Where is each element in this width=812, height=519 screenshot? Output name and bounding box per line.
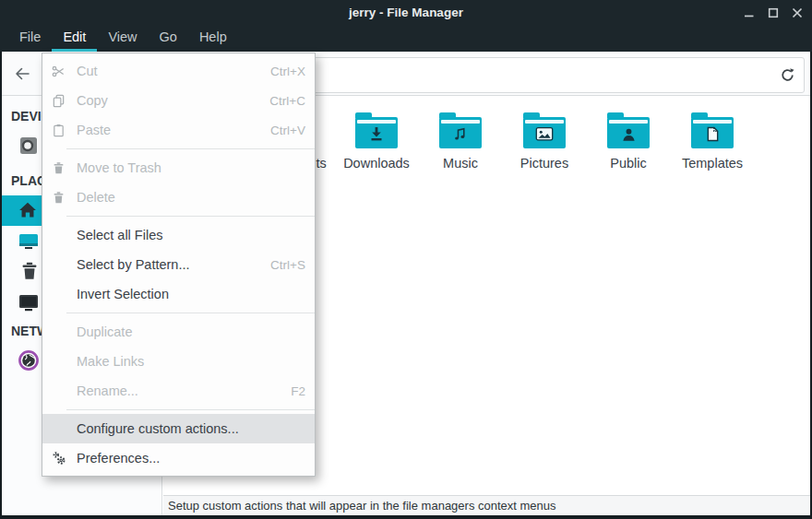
menu-item-label: Delete bbox=[77, 190, 115, 205]
titlebar[interactable]: jerry - File Manager bbox=[0, 0, 812, 25]
window-controls bbox=[744, 0, 803, 25]
trash-icon bbox=[19, 261, 40, 285]
folder-icon bbox=[355, 117, 398, 148]
menu-item-label: Select by Pattern... bbox=[77, 257, 190, 272]
menubar: File Edit View Go Help bbox=[0, 25, 812, 52]
menu-item-accel: Ctrl+S bbox=[270, 258, 305, 272]
menu-item-make-links: Make Links bbox=[42, 347, 315, 376]
file-item-pictures[interactable]: Pictures bbox=[503, 109, 586, 171]
menu-item-delete: Delete bbox=[42, 183, 315, 212]
menu-item-label: Duplicate bbox=[77, 324, 132, 339]
trash-icon bbox=[52, 161, 67, 175]
home-icon bbox=[18, 200, 38, 224]
menu-item-configure-custom-actions[interactable]: Configure custom actions... bbox=[42, 414, 315, 443]
menu-edit[interactable]: Edit bbox=[52, 25, 97, 52]
menu-separator bbox=[66, 313, 315, 313]
menu-item-label: Cut bbox=[77, 64, 98, 78]
menu-item-cut: Cut Ctrl+X bbox=[42, 56, 315, 86]
menu-item-label: Copy bbox=[77, 93, 108, 108]
minimize-icon bbox=[744, 7, 755, 18]
scissors-icon bbox=[52, 65, 67, 78]
file-manager-window: jerry - File Manager File Edit View Go H… bbox=[0, 0, 812, 519]
menu-item-select-by-pattern[interactable]: Select by Pattern... Ctrl+S bbox=[42, 250, 315, 279]
back-button[interactable] bbox=[13, 65, 31, 87]
music-note-emblem-icon bbox=[439, 126, 482, 142]
file-label: Templates bbox=[682, 156, 743, 171]
copy-icon bbox=[52, 94, 67, 108]
menu-separator bbox=[66, 216, 315, 217]
maximize-button[interactable] bbox=[768, 7, 779, 18]
hard-drive-icon bbox=[18, 135, 40, 160]
menu-item-move-to-trash: Move to Trash bbox=[42, 153, 315, 183]
reload-button[interactable] bbox=[780, 67, 795, 87]
folder-icon bbox=[607, 117, 650, 148]
maximize-icon bbox=[768, 7, 779, 18]
menu-item-label: Select all Files bbox=[77, 228, 162, 242]
menu-item-label: Move to Trash bbox=[77, 160, 161, 175]
folder-icon bbox=[439, 117, 482, 148]
menu-item-label: Paste bbox=[77, 123, 111, 137]
file-item-music[interactable]: Music bbox=[419, 109, 502, 171]
menu-item-label: Make Links bbox=[77, 354, 144, 369]
download-emblem-icon bbox=[355, 126, 398, 143]
computer-icon bbox=[18, 291, 40, 317]
menu-item-duplicate: Duplicate bbox=[42, 317, 315, 347]
globe-icon bbox=[18, 349, 40, 375]
edit-menu-dropdown: Cut Ctrl+X Copy Ctrl+C Paste Ctrl+V Move… bbox=[42, 53, 316, 477]
menu-item-label: Invert Selection bbox=[77, 287, 169, 301]
menu-file[interactable]: File bbox=[8, 25, 52, 52]
menu-item-accel: Ctrl+X bbox=[270, 65, 305, 78]
window-title: jerry - File Manager bbox=[0, 0, 812, 25]
file-label: Downloads bbox=[343, 156, 410, 171]
file-item-public[interactable]: Public bbox=[587, 109, 670, 171]
person-emblem-icon bbox=[607, 127, 650, 143]
menu-item-accel: Ctrl+V bbox=[270, 124, 305, 137]
file-label: Pictures bbox=[520, 156, 568, 171]
menu-help[interactable]: Help bbox=[188, 25, 238, 52]
desktop-icon bbox=[18, 230, 40, 256]
file-item-downloads[interactable]: Downloads bbox=[335, 109, 418, 171]
menu-item-accel: F2 bbox=[291, 384, 305, 398]
trash-icon bbox=[52, 191, 67, 205]
reload-icon bbox=[780, 67, 795, 83]
menu-item-preferences[interactable]: Preferences... bbox=[42, 443, 315, 473]
file-label: Music bbox=[443, 156, 478, 171]
menu-item-paste: Paste Ctrl+V bbox=[42, 115, 315, 145]
back-arrow-icon bbox=[13, 65, 31, 83]
menu-view[interactable]: View bbox=[97, 25, 148, 52]
gears-icon bbox=[52, 451, 67, 466]
menu-item-invert-selection[interactable]: Invert Selection bbox=[42, 279, 315, 309]
menu-item-copy: Copy Ctrl+C bbox=[42, 86, 315, 115]
menu-item-label: Rename... bbox=[77, 383, 138, 398]
statusbar: Setup custom actions that will appear in… bbox=[163, 495, 810, 515]
file-item-templates[interactable]: Templates bbox=[671, 109, 754, 171]
menu-separator bbox=[66, 148, 315, 149]
clipboard-icon bbox=[52, 124, 67, 137]
menu-item-label: Preferences... bbox=[77, 451, 160, 466]
menu-go[interactable]: Go bbox=[149, 25, 188, 52]
minimize-button[interactable] bbox=[744, 7, 755, 18]
folder-icon bbox=[691, 117, 734, 148]
file-label: Public bbox=[610, 156, 647, 171]
menu-separator bbox=[66, 409, 315, 410]
close-icon bbox=[792, 7, 803, 18]
folder-icon bbox=[523, 117, 566, 148]
status-text: Setup custom actions that will appear in… bbox=[168, 499, 556, 513]
template-emblem-icon bbox=[691, 126, 734, 142]
menu-item-rename: Rename... F2 bbox=[42, 376, 315, 406]
menu-item-label: Configure custom actions... bbox=[77, 421, 239, 436]
picture-emblem-icon bbox=[523, 127, 566, 141]
menu-item-accel: Ctrl+C bbox=[269, 94, 305, 108]
menu-item-select-all-files[interactable]: Select all Files bbox=[42, 220, 315, 250]
close-button[interactable] bbox=[792, 7, 803, 18]
